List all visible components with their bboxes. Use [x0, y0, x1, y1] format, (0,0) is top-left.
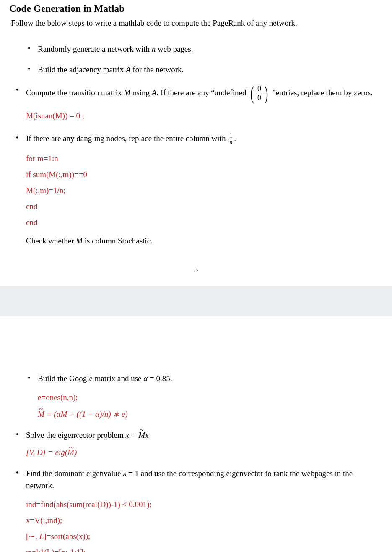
step-2-text-post: for the network.	[131, 65, 184, 74]
fraction-0-0: 0 0	[256, 85, 262, 102]
left-paren-icon: (	[251, 84, 254, 103]
step-4-check: Check whether M is column Stochastic.	[26, 235, 383, 247]
page-1: Code Generation in Matlab Follow the bel…	[0, 0, 392, 286]
code-eig: [V, D] = eig(M)	[26, 446, 383, 458]
var-A2: A	[152, 88, 157, 97]
eig-eq: x = Mx	[125, 431, 148, 440]
page-number: 3	[9, 265, 383, 274]
var-alpha: α	[143, 374, 148, 383]
code-rank: ind=find(abs(sum(real(D))-1) < 0.001); x…	[26, 497, 383, 552]
page-2: Build the Google matrix and use α = 0.85…	[0, 369, 392, 552]
frac-num: 0	[256, 85, 262, 94]
step-3: Compute the transition matrix M using A.…	[16, 84, 383, 124]
step-4-post: .	[234, 134, 236, 143]
var-M2: M	[76, 236, 83, 245]
step-1-text-post: web pages.	[156, 44, 193, 53]
step-list-page1: Randomly generate a network with n web p…	[9, 43, 383, 247]
section-heading: Code Generation in Matlab	[9, 3, 383, 14]
step-3-after: . If there are any “undefined	[156, 88, 248, 97]
step-4-pre: If there are any dangling nodes, replace…	[26, 134, 228, 143]
step-5: Build the Google matrix and use α = 0.85…	[28, 372, 383, 421]
step-6-pre: Solve the eigenvector problem	[26, 431, 125, 440]
frac-den: 0	[257, 94, 262, 102]
step-6: Solve the eigenvector problem x = Mx [V,…	[16, 429, 383, 459]
code-google-matrix: M = (αM + ((1 − α)/n) ∗ e)	[38, 408, 383, 420]
fraction-1-n: 1 n	[228, 133, 233, 146]
step-5-pre: Build the Google matrix and use	[38, 374, 143, 383]
step-1: Randomly generate a network with n web p…	[28, 43, 383, 55]
page-gap	[0, 286, 392, 316]
frac-num-1: 1	[228, 133, 233, 139]
code-isnan: M(isnan(M)) = 0 ;	[26, 108, 383, 124]
step-3-pre: Compute the transition matrix	[26, 88, 124, 97]
step-3-mid: using	[130, 88, 152, 97]
step-2: Build the adjacency matrix A for the net…	[28, 63, 383, 76]
check-post: is column Stochastic.	[83, 236, 153, 245]
big-paren: ( 0 0 )	[249, 84, 269, 103]
code-ones: e=ones(n,n);	[38, 390, 383, 405]
step-4: If there are any dangling nodes, replace…	[16, 132, 383, 247]
var-n: n	[152, 44, 156, 53]
step-7: Find the dominant eigenvalue λ = 1 and u…	[16, 467, 383, 552]
step-5-eq: = 0.85.	[148, 374, 172, 383]
step-2-text-pre: Build the adjacency matrix	[38, 65, 126, 74]
var-A: A	[126, 65, 131, 74]
check-pre: Check whether	[26, 236, 76, 245]
right-paren-icon: )	[265, 84, 268, 103]
step-7-pre: Find the dominant eigenvalue	[26, 469, 123, 478]
step-1-text-pre: Randomly generate a network with	[38, 44, 152, 53]
step-3-tail: ”entries, replace them by zeros.	[272, 88, 373, 97]
code-dangling: for m=1:n if sum(M(:,m))==0 M(:,m)=1/n; …	[26, 151, 383, 230]
step-list-page2: Build the Google matrix and use α = 0.85…	[9, 372, 383, 552]
frac-den-n: n	[228, 139, 233, 146]
intro-paragraph: Follow the below steps to write a mathla…	[9, 18, 383, 28]
page-top-margin	[0, 316, 392, 369]
var-M: M	[124, 88, 130, 97]
